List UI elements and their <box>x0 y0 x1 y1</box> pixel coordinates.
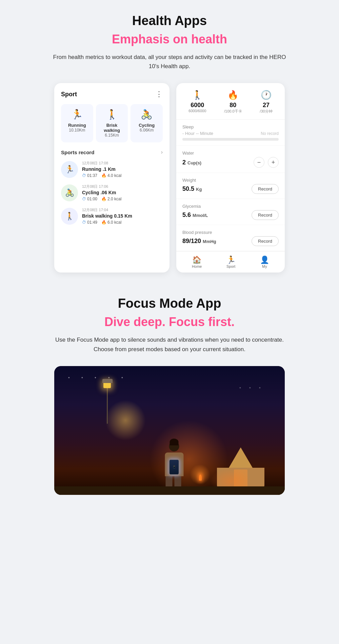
person-head <box>169 441 179 451</box>
glycemia-value: 5.6 Mmol/L <box>182 212 208 219</box>
health-apps-desc: From health metrics to workout data, all… <box>47 53 292 71</box>
record-cycling-date: 12月08日 17:06 <box>82 184 163 189</box>
record-walking-date: 12月08日 17:04 <box>82 207 163 213</box>
weight-value: 50.5 Kg <box>182 185 202 193</box>
sleep-section: Sleep - Hour -- Minute No record <box>176 120 285 146</box>
sleep-row: - Hour -- Minute No record <box>182 131 279 136</box>
record-running-name: Running .1 Km <box>82 166 163 172</box>
leg-left <box>166 476 173 486</box>
fire-icon: 🔥 <box>101 173 106 178</box>
sport-menu-icon[interactable]: ⋮ <box>155 90 163 99</box>
blood-pressure-label: Blood pressure <box>182 230 279 235</box>
blood-pressure-unit: MmHg <box>203 239 216 244</box>
chevron-right-icon[interactable]: › <box>161 149 163 155</box>
fire-icon-2: 🔥 <box>101 197 106 201</box>
weight-record-button[interactable]: Record <box>252 184 279 194</box>
water-decrease-button[interactable]: − <box>254 157 264 168</box>
glycemia-unit: Mmol/L <box>193 213 208 218</box>
focus-image: ✦ ✦ ✦ ✦ ✦ ✦ ✦ ✦ <box>54 366 285 495</box>
lamp-light <box>105 400 146 441</box>
person-silhouette: 📱 <box>165 441 183 486</box>
focus-section: Focus Mode App Dive deep. Focus first. U… <box>10 293 329 495</box>
record-walking-stats: ⏱ 01:49 🔥 6.0 kcal <box>82 220 163 225</box>
person-phone: 📱 <box>170 460 179 475</box>
sports-record-title: Sports record <box>61 149 94 155</box>
steps-icon: 🚶 <box>188 90 206 100</box>
record-running-stats: ⏱ 01:37 🔥 4.0 kcal <box>82 173 163 178</box>
health-apps-title: Health Apps <box>10 14 329 28</box>
activity-item-running[interactable]: 🏃 Running 10.10Km <box>61 104 93 142</box>
clock-icon-3: ⏱ <box>82 220 86 225</box>
record-walking-info: 12月08日 17:04 Brisk walking 0.15 Km ⏱ 01:… <box>82 207 163 225</box>
weight-unit: Kg <box>196 187 202 192</box>
sleep-label: Sleep <box>182 124 279 129</box>
stars-decoration-2: ✦ ✦ ✦ <box>239 386 264 389</box>
lamp-post <box>107 383 108 424</box>
apps-row: Sport ⋮ 🏃 Running 10.10Km 🚶 Brisk walkin… <box>10 83 329 273</box>
water-section: Water 2 Cup(s) − + <box>176 146 285 173</box>
record-walking-kcal: 🔥 6.0 kcal <box>101 220 121 225</box>
steps-sub: 6000/6000 <box>188 109 206 113</box>
glycemia-record-button[interactable]: Record <box>252 210 279 220</box>
health-card: 🚶 6000 6000/6000 🔥 80 /100.0千卡 🕐 27 /30分… <box>176 83 285 273</box>
water-content: 2 Cup(s) − + <box>182 157 279 168</box>
weight-label: Weight <box>182 178 279 183</box>
record-running-kcal: 🔥 4.0 kcal <box>101 173 121 178</box>
focus-image-container: ✦ ✦ ✦ ✦ ✦ ✦ ✦ ✦ <box>54 366 285 495</box>
cycling-name: Cycling <box>133 123 160 128</box>
person-hair <box>170 439 179 445</box>
nav-sport-label: Sport <box>226 264 236 268</box>
record-cycling-info: 12月08日 17:06 Cycling .06 Km ⏱ 01:00 🔥 2.… <box>82 184 163 201</box>
activity-item-cycling[interactable]: 🚴 Cycling 6.06Km <box>131 104 163 142</box>
blood-pressure-content: 89/120 MmHg Record <box>182 236 279 246</box>
record-cycling-kcal: 🔥 2.0 kcal <box>101 197 121 201</box>
record-running-icon: 🏃 <box>61 161 78 178</box>
water-label: Water <box>182 150 279 156</box>
record-walking-icon: 🚶 <box>61 208 78 225</box>
ground <box>54 486 285 495</box>
nav-home[interactable]: 🏠 Home <box>192 256 202 268</box>
phone-screen: 📱 <box>170 460 179 474</box>
nav-home-label: Home <box>192 264 202 268</box>
sport-card-header: Sport ⋮ <box>61 90 163 99</box>
blood-pressure-section: Blood pressure 89/120 MmHg Record <box>176 225 285 251</box>
record-cycling-name: Cycling .06 Km <box>82 190 163 195</box>
record-item-cycling: 🚴 12月08日 17:06 Cycling .06 Km ⏱ 01:00 🔥 … <box>61 184 163 201</box>
record-running-info: 12月08日 17:08 Running .1 Km ⏱ 01:37 🔥 4.0… <box>82 161 163 178</box>
glycemia-section: Glycemia 5.6 Mmol/L Record <box>176 199 285 225</box>
nav-my-label: My <box>260 264 269 268</box>
running-distance: 10.10Km <box>64 128 91 133</box>
time-sub: /30分钟 <box>260 109 272 114</box>
activity-item-walking[interactable]: 🚶 Brisk walking 6.15Km <box>96 104 128 142</box>
record-item-brisk-walking: 🚶 12月08日 17:04 Brisk walking 0.15 Km ⏱ 0… <box>61 207 163 225</box>
calories-icon: 🔥 <box>224 90 242 100</box>
walking-icon: 🚶 <box>99 109 125 120</box>
sport-nav-icon: 🏃 <box>226 256 236 264</box>
my-icon: 👤 <box>260 256 269 264</box>
stat-calories: 🔥 80 /100.0千卡 <box>224 90 242 114</box>
sleep-no-record: No record <box>261 131 279 136</box>
stars-decoration: ✦ ✦ ✦ ✦ ✦ <box>68 376 128 379</box>
focus-mode-subtitle: Dive deep. Focus first. <box>10 315 329 329</box>
calories-sub: /100.0千卡 <box>224 109 242 114</box>
record-cycling-stats: ⏱ 01:00 🔥 2.0 kcal <box>82 197 163 201</box>
candle-flame <box>199 475 202 481</box>
person-legs <box>166 476 183 486</box>
calories-value: 80 <box>224 102 242 109</box>
fire-icon-3: 🔥 <box>101 220 106 225</box>
sport-card-title: Sport <box>61 91 77 98</box>
water-increase-button[interactable]: + <box>268 157 279 168</box>
sports-record-header: Sports record › <box>61 149 163 155</box>
glycemia-content: 5.6 Mmol/L Record <box>182 210 279 220</box>
time-value: 27 <box>260 102 272 109</box>
sleep-time-label: - Hour -- Minute <box>182 131 213 136</box>
record-running-date: 12月08日 17:08 <box>82 161 163 166</box>
clock-icon: ⏱ <box>82 173 86 178</box>
leg-right <box>175 476 181 486</box>
nav-my[interactable]: 👤 My <box>260 256 269 268</box>
stat-time: 🕐 27 /30分钟 <box>260 90 272 114</box>
record-cycling-icon: 🚴 <box>61 184 78 201</box>
cycling-icon: 🚴 <box>133 109 160 120</box>
blood-pressure-record-button[interactable]: Record <box>252 236 279 246</box>
nav-sport[interactable]: 🏃 Sport <box>226 256 236 268</box>
